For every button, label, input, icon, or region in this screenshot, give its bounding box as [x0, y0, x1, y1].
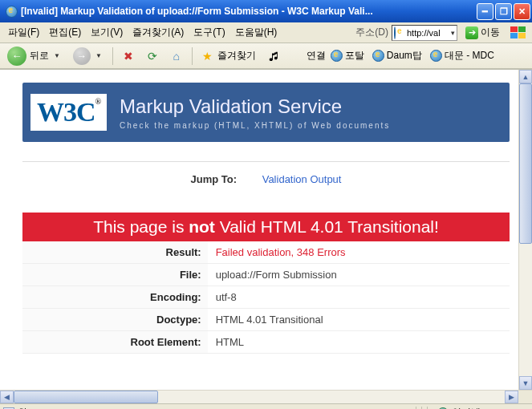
w3c-validator-header: W3C® Markup Validation Service Check the… — [22, 83, 510, 142]
address-dropdown-icon[interactable]: ▾ — [451, 29, 455, 37]
menu-help[interactable]: 도움말(H) — [230, 23, 282, 42]
menu-edit[interactable]: 편집(E) — [44, 23, 86, 42]
scroll-corner — [518, 391, 532, 403]
menu-bar: 파일(F) 편집(E) 보기(V) 즐겨찾기(A) 도구(T) 도움말(H) 주… — [0, 22, 532, 43]
content-viewport: W3C® Markup Validation Service Check the… — [0, 69, 532, 390]
scroll-thumb[interactable] — [519, 83, 532, 244]
encoding-value: utf-8 — [208, 286, 510, 309]
bookmark-link-1[interactable]: 포탈 — [327, 47, 368, 64]
go-label: 이동 — [481, 26, 500, 39]
star-icon: ★ — [201, 50, 214, 63]
file-header: File: — [22, 264, 208, 286]
table-row: Encoding: utf-8 — [22, 286, 510, 309]
home-icon: ⌂ — [170, 50, 183, 63]
scroll-up-button[interactable]: ▲ — [519, 70, 532, 83]
doctype-header: Doctype: — [22, 309, 208, 331]
page-favicon — [394, 27, 405, 38]
scroll-right-button[interactable]: ▶ — [505, 391, 518, 403]
table-row: Doctype: HTML 4.01 Transitional — [22, 309, 510, 331]
w3c-logo[interactable]: W3C® — [30, 94, 107, 131]
links-label: 연결 — [307, 49, 326, 63]
back-dropdown-icon[interactable]: ▼ — [54, 52, 60, 59]
jump-to-label: Jump To: — [191, 173, 238, 185]
divider — [22, 161, 510, 162]
close-button[interactable]: ✕ — [514, 3, 530, 20]
go-arrow-icon: ➔ — [465, 26, 478, 39]
navigation-toolbar: ← 뒤로 ▼ → ▼ ✖ ⟳ ⌂ ★ 즐겨찾기 🎜 연결 포탈 Daum탑 대문… — [0, 43, 532, 69]
toolbar-separator — [112, 47, 113, 65]
forward-dropdown-icon[interactable]: ▼ — [95, 52, 102, 59]
favorites-button[interactable]: ★ 즐겨찾기 — [197, 47, 260, 64]
window-title: [Invalid] Markup Validation of upload://… — [21, 6, 477, 17]
vertical-scrollbar[interactable]: ▲ ▼ — [518, 70, 532, 390]
svg-rect-0 — [510, 26, 518, 32]
stop-icon: ✖ — [122, 50, 135, 63]
refresh-icon: ⟳ — [146, 50, 159, 63]
menu-tools[interactable]: 도구(T) — [189, 23, 229, 42]
root-element-header: Root Element: — [22, 331, 208, 354]
media-icon: 🎜 — [267, 50, 280, 63]
ie-icon — [5, 5, 18, 18]
doctype-value: HTML 4.01 Transitional — [208, 309, 510, 331]
back-button[interactable]: ← 뒤로 ▼ — [3, 45, 66, 67]
root-element-value: HTML — [208, 331, 510, 354]
stop-button[interactable]: ✖ — [118, 48, 139, 64]
table-row: Result: Failed validation, 348 Errors — [22, 241, 510, 264]
home-button[interactable]: ⌂ — [166, 48, 187, 64]
encoding-header: Encoding: — [22, 286, 208, 309]
bookmark-link-3[interactable]: 대문 - MDC — [427, 47, 497, 64]
validation-result-table: Result: Failed validation, 348 Errors Fi… — [22, 241, 510, 354]
svg-rect-3 — [518, 33, 526, 38]
go-button[interactable]: ➔ 이동 — [462, 26, 503, 39]
address-combo[interactable]: ▾ — [392, 25, 457, 41]
menu-file[interactable]: 파일(F) — [3, 23, 44, 42]
result-header: Result: — [22, 241, 208, 264]
back-arrow-icon: ← — [7, 47, 26, 66]
table-row: File: upload://Form Submission — [22, 264, 510, 286]
svg-rect-1 — [518, 26, 526, 32]
validation-result-banner: This page is not Valid HTML 4.01 Transit… — [22, 213, 510, 241]
status-separator — [421, 407, 422, 410]
scroll-left-button[interactable]: ◀ — [0, 391, 14, 403]
window-titlebar: [Invalid] Markup Validation of upload://… — [0, 0, 532, 22]
maximize-button[interactable]: ❐ — [495, 3, 512, 20]
result-value: Failed validation, 348 Errors — [208, 241, 510, 264]
page-subtitle: Check the markup (HTML, XHTML) of Web do… — [120, 121, 390, 130]
menu-view[interactable]: 보기(V) — [86, 23, 128, 42]
status-text: 완료 — [18, 406, 37, 409]
refresh-button[interactable]: ⟳ — [142, 48, 163, 64]
horizontal-scrollbar[interactable]: ◀ ▶ — [0, 390, 532, 403]
ie-page-icon — [430, 50, 442, 62]
security-zone[interactable]: 인터넷 — [433, 406, 529, 409]
toolbar-separator — [192, 47, 193, 65]
validation-output-link[interactable]: Validation Output — [262, 173, 342, 185]
status-separator — [416, 407, 416, 410]
minimize-button[interactable]: ━ — [477, 3, 493, 20]
table-row: Root Element: HTML — [22, 331, 510, 354]
svg-rect-2 — [510, 33, 518, 38]
address-label: 주소(D) — [355, 26, 388, 39]
media-button[interactable]: 🎜 — [263, 48, 284, 64]
ie-page-icon — [331, 50, 343, 62]
windows-flag-icon[interactable] — [508, 24, 529, 42]
status-bar: 완료 인터넷 — [0, 403, 532, 409]
scroll-down-button[interactable]: ▼ — [519, 376, 532, 390]
menu-favorites[interactable]: 즐겨찾기(A) — [128, 23, 189, 42]
address-input[interactable] — [407, 28, 451, 38]
jump-to-row: Jump To: Validation Output — [22, 173, 510, 196]
scroll-track-horizontal[interactable] — [158, 391, 505, 403]
file-value: upload://Form Submission — [208, 264, 510, 286]
page-title: Markup Validation Service — [120, 95, 390, 118]
scroll-track[interactable] — [519, 244, 532, 376]
forward-arrow-icon: → — [73, 47, 91, 65]
forward-button[interactable]: → ▼ — [69, 46, 108, 67]
ie-page-icon — [372, 50, 384, 62]
bookmark-link-2[interactable]: Daum탑 — [369, 47, 425, 64]
zone-label: 인터넷 — [452, 406, 481, 409]
scroll-thumb-horizontal[interactable] — [14, 391, 158, 403]
status-separator — [427, 407, 428, 410]
